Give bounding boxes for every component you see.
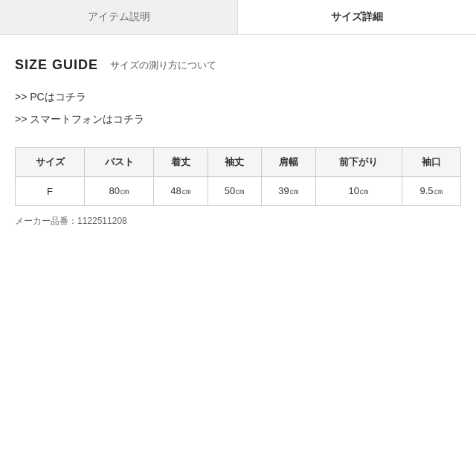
table-cell: 48㎝: [154, 177, 208, 206]
table-header: サイズバスト着丈袖丈肩幅前下がり袖口: [16, 148, 461, 177]
links-section: >> PCはコチラ >> スマートフォンはコチラ: [15, 91, 461, 126]
table-header-cell: 袖丈: [208, 148, 261, 177]
table-cell: 10㎝: [315, 177, 402, 206]
content-area: SIZE GUIDE サイズの測り方について >> PCはコチラ >> スマート…: [0, 35, 476, 242]
table-cell: F: [16, 177, 85, 206]
table-cell: 80㎝: [85, 177, 154, 206]
link-smartphone[interactable]: >> スマートフォンはコチラ: [15, 113, 461, 126]
table-body: F80㎝48㎝50㎝39㎝10㎝9.5㎝: [16, 177, 461, 206]
table-header-cell: 袖口: [402, 148, 461, 177]
tab-size-detail[interactable]: サイズ詳細: [238, 0, 476, 34]
table-header-row: サイズバスト着丈袖丈肩幅前下がり袖口: [16, 148, 461, 177]
table-header-cell: 着丈: [154, 148, 208, 177]
table-header-cell: 前下がり: [315, 148, 402, 177]
size-table: サイズバスト着丈袖丈肩幅前下がり袖口 F80㎝48㎝50㎝39㎝10㎝9.5㎝: [15, 147, 461, 206]
table-header-cell: バスト: [85, 148, 154, 177]
size-guide-title: SIZE GUIDE: [15, 57, 98, 73]
table-row: F80㎝48㎝50㎝39㎝10㎝9.5㎝: [16, 177, 461, 206]
table-header-cell: サイズ: [16, 148, 85, 177]
size-guide-heading: SIZE GUIDE サイズの測り方について: [15, 57, 461, 73]
table-header-cell: 肩幅: [262, 148, 315, 177]
table-cell: 50㎝: [208, 177, 261, 206]
link-pc[interactable]: >> PCはコチラ: [15, 91, 461, 104]
product-number: メーカー品番：1122511208: [15, 215, 461, 228]
tabs-container: アイテム説明 サイズ詳細: [0, 0, 476, 35]
tab-item-description[interactable]: アイテム説明: [0, 0, 238, 34]
table-cell: 39㎝: [262, 177, 315, 206]
size-guide-subtitle: サイズの測り方について: [110, 59, 216, 72]
table-cell: 9.5㎝: [402, 177, 461, 206]
